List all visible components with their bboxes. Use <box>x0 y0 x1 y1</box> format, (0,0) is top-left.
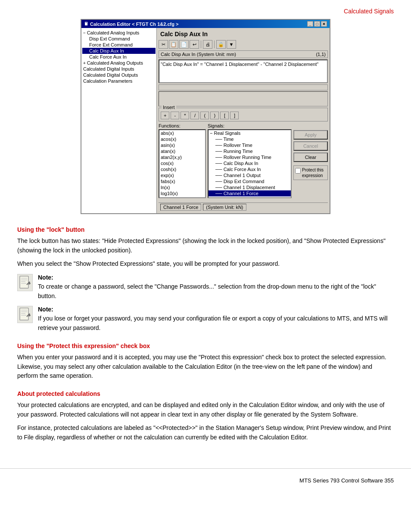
scrollbar-area <box>159 84 328 90</box>
minimize-button[interactable]: _ <box>307 21 313 27</box>
note-text: If you lose or forget your password, you… <box>38 314 394 333</box>
toolbar-cut[interactable]: ✂ <box>159 40 168 49</box>
tree-item[interactable]: Disp Ext Command <box>82 36 156 42</box>
note-label: Note: <box>38 274 394 281</box>
signal-info-text: Calc Disp Aux In (System Unit: mm) <box>161 52 236 57</box>
status-unit: (System Unit: kN) <box>203 204 246 211</box>
toolbar-print[interactable]: 🖨 <box>203 40 212 49</box>
toolbar-undo[interactable]: ↩ <box>190 40 199 49</box>
tree-item[interactable]: Calc Disp Aux In <box>82 48 156 54</box>
insert-btn--[interactable]: - <box>171 112 179 119</box>
functions-label: Functions: <box>159 123 206 128</box>
calc-editor-window: 🖩 Calculation Editor < FTGT Ch 1&2.cfg >… <box>81 19 330 214</box>
tree-item[interactable]: Calc Force Aux In <box>82 54 156 60</box>
signal-item[interactable]: ── Disp Ext Command <box>209 178 291 184</box>
svg-rect-9 <box>21 311 27 312</box>
tree-item[interactable]: Calculated Digital Inputs <box>82 66 156 72</box>
function-item[interactable]: asin(x) <box>159 142 205 148</box>
tree-item[interactable]: Calculated Digital Outputs <box>82 72 156 78</box>
toolbar-paste[interactable]: 📄 <box>179 40 189 49</box>
signal-item[interactable]: ── Channel 1 Force <box>209 190 291 196</box>
function-item[interactable]: fabs(x) <box>159 178 205 184</box>
body-paragraph: The lock button has two states: "Hide Pr… <box>17 236 394 255</box>
body-paragraph: When you select the "Show Protected Expr… <box>17 259 394 269</box>
insert-btn-][interactable]: ] <box>230 112 239 119</box>
insert-buttons: +-*/()[] <box>161 112 326 119</box>
sections-container: Using the "lock" buttonThe lock button h… <box>17 226 394 442</box>
clear-button[interactable]: Clear <box>293 152 328 162</box>
tree-panel[interactable]: − Calculated Analog InputsDisp Ext Comma… <box>81 28 157 213</box>
svg-rect-4 <box>21 283 26 284</box>
function-item[interactable]: cosh(x) <box>159 166 205 172</box>
status-bar: Channel 1 Force (System Unit: kN) <box>159 202 328 212</box>
functions-list[interactable]: abs(x)acos(x)asin(x)atan(x)atan2(x,y)cos… <box>159 129 206 198</box>
signals-panel: Signals: − Real Signals── Time── Rollove… <box>208 123 292 202</box>
signal-item[interactable]: ── Channel 1 Output <box>209 172 291 178</box>
svg-rect-3 <box>21 281 25 282</box>
note-block: Note:If you lose or forget your password… <box>17 306 394 333</box>
insert-label: Insert <box>162 105 176 110</box>
function-item[interactable]: abs(x) <box>159 130 205 136</box>
body-paragraph: For instance, protected calculations are… <box>17 423 394 442</box>
insert-btn-/[interactable]: / <box>190 112 199 119</box>
signal-item[interactable]: ── Rollover Running Time <box>209 154 291 160</box>
empty-area <box>159 91 328 106</box>
cancel-button[interactable]: Cancel <box>293 141 328 151</box>
tree-item[interactable]: Calculation Parameters <box>82 78 156 84</box>
h-scrollbar[interactable] <box>159 84 328 90</box>
page-header: Calculated Signals <box>0 0 411 19</box>
panel-title: Calc Disp Aux In <box>159 30 328 38</box>
tree-item[interactable]: + Calculated Analog Outputs <box>82 60 156 66</box>
svg-rect-10 <box>21 313 25 314</box>
function-item[interactable]: log10(x) <box>159 190 205 196</box>
protect-checkbox-group: Protect thisexpression <box>293 165 328 180</box>
window-body: − Calculated Analog InputsDisp Ext Comma… <box>81 28 330 213</box>
function-item[interactable]: pow(x,y) <box>159 196 205 198</box>
body-paragraph: Your protected calculations are encrypte… <box>17 401 394 419</box>
window-title: Calculation Editor < FTGT Ch 1&2.cfg > <box>90 22 178 27</box>
function-item[interactable]: ln(x) <box>159 184 205 190</box>
signal-item[interactable]: ── Channel 1 Displacement <box>209 184 291 190</box>
tree-item[interactable]: − Calculated Analog Inputs <box>82 30 156 36</box>
apply-button[interactable]: Apply <box>293 130 328 140</box>
section-heading-about-protected: About protected calculations <box>17 390 394 397</box>
expression-area[interactable]: "Calc Disp Aux In" = "Channel 1 Displace… <box>159 59 328 83</box>
function-item[interactable]: cos(x) <box>159 160 205 166</box>
signal-item[interactable]: ── Rollover Time <box>209 142 291 148</box>
signals-label: Signals: <box>208 123 292 128</box>
function-item[interactable]: acos(x) <box>159 136 205 142</box>
function-item[interactable]: exp(x) <box>159 172 205 178</box>
insert-btn-[[interactable]: [ <box>220 112 229 119</box>
function-item[interactable]: atan2(x,y) <box>159 154 205 160</box>
insert-btn-([interactable]: ( <box>200 112 209 119</box>
signal-item[interactable]: ── Calc Disp Aux In <box>209 160 291 166</box>
toolbar-sep2 <box>214 40 215 48</box>
toolbar-copy[interactable]: 📋 <box>169 40 178 49</box>
tree-item[interactable]: Force Ext Command <box>82 42 156 48</box>
status-signal: Channel 1 Force <box>160 204 201 211</box>
protect-checkbox[interactable] <box>295 168 301 174</box>
insert-btn-*[interactable]: * <box>181 112 189 119</box>
window-controls: _ □ ✕ <box>307 21 327 27</box>
function-item[interactable]: atan(x) <box>159 148 205 154</box>
toolbar-lock[interactable]: 🔒 <box>216 40 226 49</box>
bottom-area: Functions: abs(x)acos(x)asin(x)atan(x)at… <box>159 123 328 202</box>
svg-rect-11 <box>21 315 26 316</box>
note-icon <box>17 306 33 323</box>
svg-rect-1 <box>21 278 27 279</box>
insert-btn-+[interactable]: + <box>161 112 169 119</box>
note-icon <box>17 274 33 291</box>
signal-coord: (1,1) <box>316 52 326 57</box>
maximize-button[interactable]: □ <box>314 21 320 27</box>
signal-item[interactable]: ── Running Time <box>209 148 291 154</box>
signal-item[interactable]: ── Time <box>209 136 291 142</box>
insert-group: Insert +-*/()[] <box>159 108 328 121</box>
toolbar-lock-dropdown[interactable]: ▼ <box>227 40 236 49</box>
signals-tree[interactable]: − Real Signals── Time── Rollover Time── … <box>208 129 292 198</box>
signal-item[interactable]: − Real Signals <box>209 130 291 136</box>
insert-btn-)[interactable]: ) <box>210 112 219 119</box>
note-content: Note:If you lose or forget your password… <box>38 306 394 333</box>
signal-item[interactable]: ── Calc Force Aux In <box>209 166 291 172</box>
close-button[interactable]: ✕ <box>321 21 327 27</box>
note-text: To create or change a password, select t… <box>38 282 394 301</box>
